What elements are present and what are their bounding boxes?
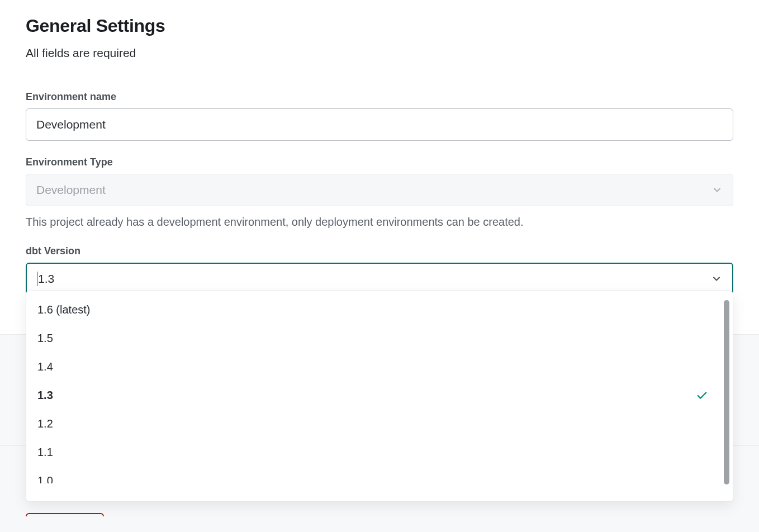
env-type-label: Environment Type [26, 156, 733, 168]
dropdown-option[interactable]: 1.4 [26, 353, 719, 381]
option-label: 1.5 [37, 332, 53, 345]
env-type-helper: This project already has a development e… [26, 214, 733, 230]
dbt-version-value: 1.3 [38, 272, 54, 286]
env-name-input[interactable] [26, 108, 733, 141]
button-peek [26, 513, 104, 516]
env-name-label: Environment name [26, 91, 733, 103]
dbt-version-field: dbt Version 1.3 [26, 245, 733, 295]
option-label: 1.1 [37, 446, 53, 459]
option-label: 1.3 [37, 389, 53, 402]
page-title: General Settings [26, 16, 733, 36]
env-type-value: Development [36, 183, 106, 197]
scrollbar[interactable] [724, 300, 729, 492]
dropdown-option[interactable]: 1.0 [26, 467, 719, 483]
env-type-select: Development [26, 174, 733, 206]
env-type-field: Environment Type Development This projec… [26, 156, 733, 230]
scrollbar-thumb[interactable] [724, 300, 729, 484]
option-label: 1.6 (latest) [37, 303, 90, 316]
env-name-field: Environment name [26, 91, 733, 141]
page-subtitle: All fields are required [26, 46, 733, 60]
dbt-version-dropdown: 1.6 (latest) 1.5 1.4 1.3 1.2 1.1 1.0 [26, 291, 733, 502]
option-label: 1.2 [37, 417, 53, 430]
dropdown-option[interactable]: 1.2 [26, 410, 719, 438]
chevron-down-icon[interactable] [711, 273, 722, 284]
option-label: 1.0 [37, 474, 53, 483]
check-icon [696, 390, 708, 402]
text-cursor [37, 272, 37, 286]
dropdown-option[interactable]: 1.1 [26, 438, 719, 467]
dropdown-option-selected[interactable]: 1.3 [26, 381, 719, 410]
option-label: 1.4 [37, 360, 53, 373]
dbt-version-label: dbt Version [26, 245, 733, 257]
dropdown-option[interactable]: 1.5 [26, 324, 719, 353]
dropdown-option[interactable]: 1.6 (latest) [26, 296, 719, 324]
dropdown-list: 1.6 (latest) 1.5 1.4 1.3 1.2 1.1 1.0 [26, 296, 733, 483]
chevron-down-icon [711, 184, 723, 196]
